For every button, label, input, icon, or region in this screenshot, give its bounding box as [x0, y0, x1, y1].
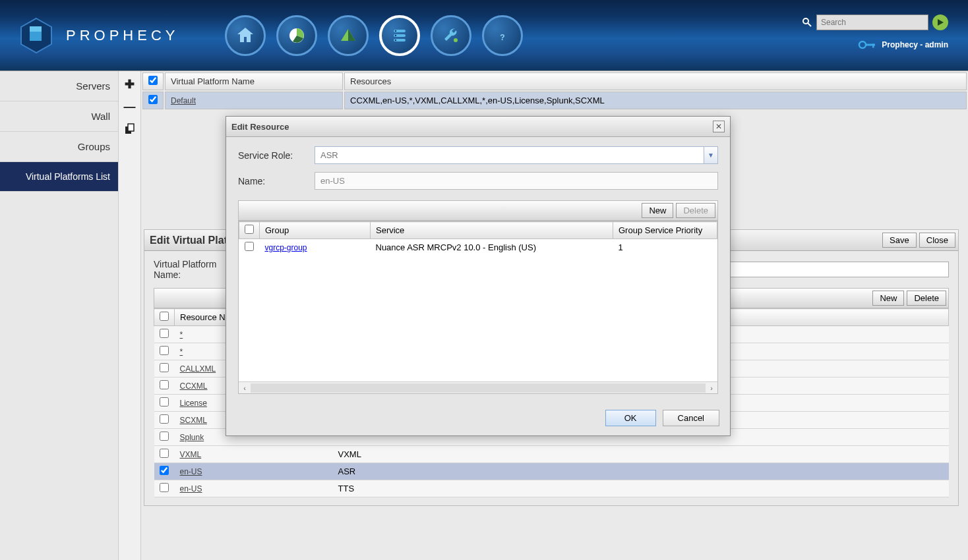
resource-row-name[interactable]: * [180, 330, 183, 339]
grp-hdr-cb[interactable] [245, 225, 254, 234]
vp-header-cb[interactable] [142, 72, 164, 90]
resource-row-name[interactable]: * [180, 347, 183, 356]
evp-save-button[interactable]: Save [882, 233, 917, 248]
nav-wrench-icon[interactable] [431, 15, 471, 56]
res-hdr-cb[interactable] [160, 312, 169, 321]
resource-row[interactable]: en-USASR [154, 463, 949, 480]
modal-delete-button[interactable]: Delete [676, 203, 715, 218]
sidebar-item-groups[interactable]: Groups [0, 132, 118, 162]
resource-row-name[interactable]: CCXML [180, 381, 208, 391]
vp-row-cb[interactable] [148, 95, 158, 104]
vp-row[interactable]: Default CCXML,en-US,*,VXML,CALLXML,*,en-… [142, 92, 967, 109]
resource-row-cb[interactable] [160, 346, 169, 355]
grp-hdr-service[interactable]: Service [371, 222, 613, 239]
name-input[interactable] [315, 172, 718, 190]
resource-row-name[interactable]: License [180, 399, 207, 408]
search-go-button[interactable] [932, 14, 948, 30]
brand-text: PROPHECY [66, 27, 179, 44]
edit-resource-dialog: Edit Resource ✕ Service Role: ▼ Name: Ne… [226, 116, 731, 436]
vert-toolbar: ✚ — [119, 71, 141, 560]
cancel-button[interactable]: Cancel [663, 410, 719, 426]
scroll-right-icon[interactable]: › [706, 384, 717, 392]
resource-row-name[interactable]: VXML [180, 450, 202, 459]
svg-point-8 [395, 34, 396, 36]
name-label: Name: [238, 176, 315, 186]
nav-home-icon[interactable] [225, 15, 266, 56]
brand: PROPHECY [20, 17, 179, 54]
resource-row-name[interactable]: Splunk [180, 433, 204, 442]
resource-row-name[interactable]: SCXML [180, 416, 207, 425]
resource-row-name[interactable]: en-US [180, 484, 202, 493]
svg-point-9 [395, 39, 396, 40]
svg-point-15 [859, 42, 866, 48]
group-row-priority: 1 [613, 239, 717, 256]
res-new-button[interactable]: New [872, 291, 904, 306]
key-icon [858, 40, 876, 50]
resource-row-cb[interactable] [160, 432, 169, 441]
logo-hex-icon [20, 17, 53, 54]
resource-row-role: ASR [333, 463, 949, 480]
grp-hdr-group[interactable]: Group [260, 222, 371, 239]
svg-rect-2 [30, 26, 42, 32]
service-role-select[interactable] [315, 146, 704, 164]
nav-help-icon[interactable]: ? [482, 15, 523, 56]
svg-marker-14 [938, 19, 944, 26]
resource-row-cb[interactable] [160, 449, 169, 458]
svg-line-13 [808, 23, 811, 26]
nav-pie-icon[interactable] [276, 15, 317, 56]
vp-header-res[interactable]: Resources [344, 72, 967, 90]
resource-row-cb[interactable] [160, 483, 169, 492]
group-row-service: Nuance ASR MRCPv2 10.0 - English (US) [371, 239, 613, 256]
service-role-label: Service Role: [238, 150, 315, 161]
h-scrollbar[interactable]: ‹ › [239, 381, 717, 393]
add-button[interactable]: ✚ [122, 76, 138, 92]
svg-text:?: ? [500, 33, 505, 42]
sidebar-item-wall[interactable]: Wall [0, 101, 118, 132]
resource-row-name[interactable]: CALLXML [180, 364, 216, 374]
sidebar-item-vpl[interactable]: Virtual Platforms List [0, 162, 118, 192]
nav-servers-icon[interactable] [379, 15, 420, 56]
scroll-left-icon[interactable]: ‹ [239, 384, 251, 392]
resource-row-cb[interactable] [160, 414, 169, 424]
header-right: Prophecy - admin [802, 14, 948, 50]
resource-row-role: VXML [333, 446, 949, 463]
resource-row-name[interactable]: en-US [180, 467, 202, 476]
remove-button[interactable]: — [122, 99, 138, 115]
svg-point-12 [803, 18, 808, 24]
grp-hdr-priority[interactable]: Group Service Priority [613, 222, 717, 239]
res-delete-button[interactable]: Delete [907, 291, 946, 306]
user-label: Prophecy - admin [858, 40, 948, 50]
dialog-close-button[interactable]: ✕ [713, 121, 725, 132]
resource-row-cb[interactable] [160, 363, 169, 372]
resource-row-cb[interactable] [160, 329, 169, 338]
user-text: Prophecy - admin [882, 40, 948, 49]
vp-name-label: Virtual Platform Name: [154, 259, 229, 280]
chevron-down-icon[interactable]: ▼ [704, 146, 718, 164]
modal-new-button[interactable]: New [642, 203, 673, 218]
group-row-group[interactable]: vgrcp-group [265, 243, 307, 252]
vp-row-name[interactable]: Default [171, 96, 196, 105]
evp-close-button[interactable]: Close [919, 233, 955, 248]
resource-row[interactable]: en-USTTS [154, 480, 949, 497]
vp-header-name[interactable]: Virtual Platform Name [165, 72, 343, 90]
svg-rect-19 [128, 124, 134, 131]
resource-row[interactable]: VXMLVXML [154, 446, 949, 463]
resource-row-role: TTS [333, 480, 949, 497]
resource-row-cb[interactable] [160, 380, 169, 389]
svg-rect-17 [872, 44, 874, 48]
top-nav: ? [225, 15, 523, 56]
svg-point-10 [454, 38, 458, 42]
search-icon [802, 17, 812, 28]
sidebar-item-servers[interactable]: Servers [0, 71, 118, 101]
group-table: Group Service Group Service Priority vgr… [239, 221, 717, 256]
nav-triangle-icon[interactable] [328, 15, 369, 56]
group-row-cb[interactable] [245, 242, 254, 251]
search-input[interactable] [816, 14, 928, 30]
resource-row-cb[interactable] [160, 397, 169, 406]
resource-row-cb[interactable] [160, 466, 169, 475]
group-row[interactable]: vgrcp-group Nuance ASR MRCPv2 10.0 - Eng… [239, 239, 717, 256]
vp-table: Virtual Platform Name Resources Default … [141, 71, 968, 111]
app-header: PROPHECY ? Prophecy - admin [0, 0, 968, 71]
ok-button[interactable]: OK [605, 410, 656, 426]
copy-button[interactable] [122, 121, 138, 137]
